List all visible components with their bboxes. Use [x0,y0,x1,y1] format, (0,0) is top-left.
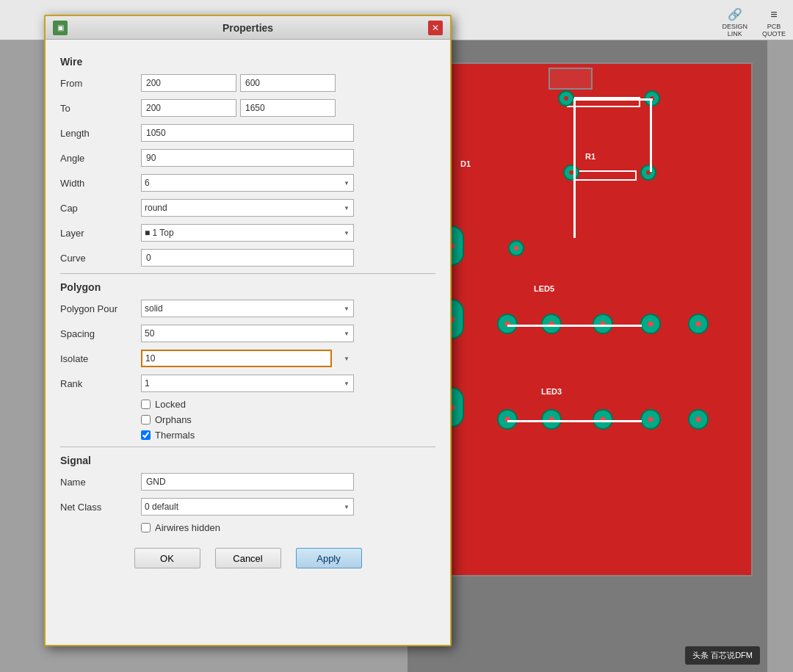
pad-r2-left [558,90,574,106]
polygon-section-title: Polygon [60,281,435,293]
pad-r1-left [563,165,579,181]
design-link-button[interactable]: 🔗 DESIGN LINK [722,7,747,37]
design-link-icon: 🔗 [728,7,742,21]
led-pad-7 [541,409,562,430]
orphans-row: Orphans [141,414,435,425]
isolate-label: Isolate [60,353,141,364]
led-pad-9 [640,409,661,430]
locked-checkbox[interactable] [141,400,151,409]
dialog-content: Wire From To Length Angle [46,40,450,645]
from-x-input[interactable] [141,74,236,92]
net-class-label: Net Class [60,502,141,513]
led-pad-6 [497,409,518,430]
rank-label: Rank [60,378,141,389]
spacing-select[interactable]: 50 25 100 [141,325,354,342]
led-pad-1 [497,314,518,334]
to-y-input[interactable] [240,99,336,117]
led-pad-10 [688,409,709,430]
from-y-input[interactable] [240,74,336,92]
dialog-close-button[interactable]: ✕ [428,21,443,35]
length-input[interactable] [141,124,354,142]
rank-row: Rank 1 2 3 [60,374,435,393]
pcb-quote-icon: ≡ [770,8,777,21]
to-label: To [60,103,141,114]
layer-row: Layer ■ 1 Top 2 Bottom [60,223,435,242]
button-row: OK Cancel Apply [60,548,435,579]
curve-row: Curve [60,248,435,267]
cap-label: Cap [60,203,141,214]
pcb-quote-label: PCB QUOTE [762,23,786,37]
net-class-select[interactable]: 0 default [141,498,354,516]
trace-h3 [507,420,642,422]
cap-select[interactable]: round flat [141,199,354,217]
connector-rect [548,68,593,90]
signal-name-input[interactable] [141,473,354,491]
apply-button[interactable]: Apply [296,548,362,568]
from-label: From [60,78,141,89]
curve-input[interactable] [141,249,354,267]
width-row: Width 6 [60,173,435,192]
length-label: Length [60,128,141,139]
led-pad-2 [541,314,562,334]
pcb-quote-button[interactable]: ≡ PCB QUOTE [762,8,786,37]
thermals-label: Thermals [155,430,195,441]
isolate-select[interactable]: 10 5 20 [141,350,332,367]
led-pad-5 [688,314,709,334]
led-pad-8 [593,409,613,430]
dialog-app-icon: ▣ [53,21,68,35]
to-x-input[interactable] [141,99,236,117]
polygon-pour-select[interactable]: solid hatch [141,300,354,317]
cap-row: Cap round flat [60,198,435,217]
layer-select-wrapper: ■ 1 Top 2 Bottom [141,224,354,242]
isolate-wrapper: 10 5 20 [141,350,354,367]
cap-select-wrapper: round flat [141,199,354,217]
rank-select[interactable]: 1 2 3 [141,375,354,392]
to-inputs [141,99,336,117]
to-row: To [60,98,435,118]
polygon-pour-wrapper: solid hatch [141,300,354,317]
rank-wrapper: 1 2 3 [141,375,354,392]
r1-label: R1 [585,152,595,161]
led5-label: LED5 [534,284,554,293]
led-pad-4 [640,314,661,334]
signal-section-title: Signal [60,455,435,466]
divider-2 [60,447,435,447]
watermark: 头条 百芯说DFM [685,646,760,665]
d1-label: D1 [460,159,471,168]
orphans-label: Orphans [155,414,192,425]
ok-button[interactable]: OK [134,548,200,568]
angle-input[interactable] [141,149,354,167]
spacing-label: Spacing [60,328,141,339]
curve-label: Curve [60,253,141,264]
width-select-wrapper: 6 [141,174,354,192]
layer-select[interactable]: ■ 1 Top 2 Bottom [141,224,354,242]
pcb-board: R2 R1 D1 LED5 LED3 [422,62,753,577]
trace-h2 [507,325,642,327]
layer-label: Layer [60,228,141,239]
design-link-label: DESIGN LINK [722,23,747,37]
width-select[interactable]: 6 [141,174,354,192]
trace-h1 [573,98,653,101]
resistor-r1 [571,170,637,181]
orphans-checkbox[interactable] [141,415,151,424]
net-class-wrapper: 0 default [141,498,354,516]
thermals-checkbox[interactable] [141,430,151,440]
divider-1 [60,273,435,274]
spacing-wrapper: 50 25 100 [141,325,354,342]
watermark-text: 头条 百芯说DFM [692,651,753,660]
from-row: From [60,73,435,93]
thermals-row: Thermals [141,430,435,441]
locked-row: Locked [141,399,435,410]
isolate-row: Isolate 10 5 20 [60,349,435,368]
locked-label: Locked [155,399,186,410]
angle-label: Angle [60,153,141,164]
connector-pad-1 [508,240,524,256]
properties-dialog: ▣ Properties ✕ Wire From To Length [44,15,452,646]
polygon-pour-label: Polygon Pour [60,303,141,314]
airwires-checkbox[interactable] [141,523,151,532]
cancel-button[interactable]: Cancel [215,548,281,568]
net-class-row: Net Class 0 default [60,497,435,516]
toolbar-right: 🔗 DESIGN LINK ≡ PCB QUOTE [722,7,786,37]
pcb-canvas: R2 R1 D1 LED5 LED3 [408,40,767,672]
led3-label: LED3 [541,387,562,396]
